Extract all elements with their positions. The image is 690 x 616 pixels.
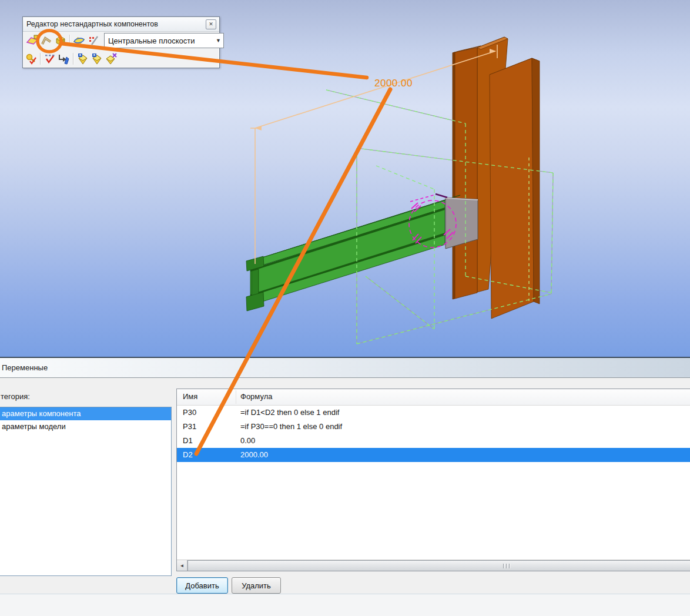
category-listbox[interactable]: араметры компонента араметры модели bbox=[0, 407, 172, 576]
toolbar-separator bbox=[40, 53, 41, 65]
save-as-component-icon[interactable] bbox=[90, 52, 104, 66]
beam-part[interactable] bbox=[246, 195, 460, 311]
component-editor-window[interactable]: Редактор нестандартных компонентов ✕ Цен… bbox=[22, 16, 220, 68]
save-component-icon[interactable] bbox=[76, 52, 90, 66]
column-near-flange-face bbox=[455, 48, 477, 299]
column-near-flange-edge bbox=[453, 52, 455, 299]
points-slash-icon[interactable] bbox=[86, 34, 101, 48]
plane-ring-icon[interactable] bbox=[72, 34, 86, 48]
table-row[interactable]: P30 =if D1<D2 then 0 else 1 endif bbox=[177, 406, 690, 420]
cell-name: D2 bbox=[183, 450, 193, 459]
cell-formula: 0.00 bbox=[240, 436, 255, 445]
add-button[interactable]: Добавить bbox=[176, 577, 228, 594]
chevron-down-icon: ▼ bbox=[216, 38, 221, 43]
plane-type-value: Центральные плоскости bbox=[108, 36, 195, 45]
scroll-left-arrow[interactable]: ◄ bbox=[177, 560, 187, 571]
category-label: тегория: bbox=[1, 392, 30, 401]
column-header-name: Имя bbox=[183, 392, 197, 401]
editor-titlebar[interactable]: Редактор нестандартных компонентов ✕ bbox=[23, 17, 219, 32]
column-divider bbox=[236, 390, 236, 404]
key-check-icon[interactable] bbox=[24, 52, 38, 66]
cell-formula: =if D1<D2 then 0 else 1 endif bbox=[240, 408, 339, 417]
column-far-flange-face bbox=[490, 58, 534, 319]
plane-type-dropdown[interactable]: Центральные плоскости ▼ bbox=[104, 33, 224, 48]
variables-panel: Переменные тегория: араметры компонента … bbox=[0, 357, 690, 616]
cell-formula: =if P30==0 then 1 else 0 endif bbox=[240, 422, 342, 431]
plate-top-purple-edge bbox=[436, 194, 447, 197]
bent-plate-icon[interactable] bbox=[39, 34, 53, 48]
delete-component-icon[interactable] bbox=[104, 52, 118, 66]
toolbar-separator bbox=[69, 35, 71, 46]
column-header-formula: Формула bbox=[240, 392, 272, 401]
beam-end-bottom-flange bbox=[246, 292, 264, 311]
variables-panel-title: Переменные bbox=[2, 363, 48, 372]
cell-name: P30 bbox=[183, 408, 196, 417]
scrollbar-grip bbox=[503, 564, 510, 568]
cell-formula: 2000.00 bbox=[240, 450, 268, 459]
scrollbar-thumb[interactable] bbox=[187, 560, 690, 571]
cell-name: D1 bbox=[183, 436, 193, 445]
dimension-value[interactable]: 2000.00 bbox=[374, 78, 413, 89]
cell-name: P31 bbox=[183, 422, 196, 431]
editor-window-title: Редактор нестандартных компонентов bbox=[26, 20, 158, 28]
close-icon[interactable]: ✕ bbox=[206, 19, 216, 29]
bottom-status-strip bbox=[0, 594, 690, 616]
arrow-pencil-icon[interactable] bbox=[57, 52, 71, 66]
table-header-row: Имя Формула bbox=[177, 389, 690, 406]
plane-magenta-icon[interactable] bbox=[25, 34, 39, 48]
category-item-component-params[interactable]: араметры компонента bbox=[0, 407, 171, 420]
toolbar-separator bbox=[73, 53, 74, 65]
points-check-icon[interactable] bbox=[43, 52, 57, 66]
table-row[interactable]: P31 =if P30==0 then 1 else 0 endif bbox=[177, 420, 690, 434]
delete-button[interactable]: Удалить bbox=[232, 577, 281, 594]
horizontal-scrollbar[interactable]: ◄ bbox=[177, 560, 690, 571]
variables-table[interactable]: Имя Формула P30 =if D1<D2 then 0 else 1 … bbox=[176, 389, 690, 571]
variables-panel-header: Переменные bbox=[0, 358, 690, 378]
table-row[interactable]: D1 0.00 bbox=[177, 434, 690, 448]
cube-icon[interactable] bbox=[53, 34, 68, 48]
category-item-model-params[interactable]: араметры модели bbox=[0, 420, 171, 433]
table-row-selected[interactable]: D2 2000.00 bbox=[177, 448, 690, 462]
